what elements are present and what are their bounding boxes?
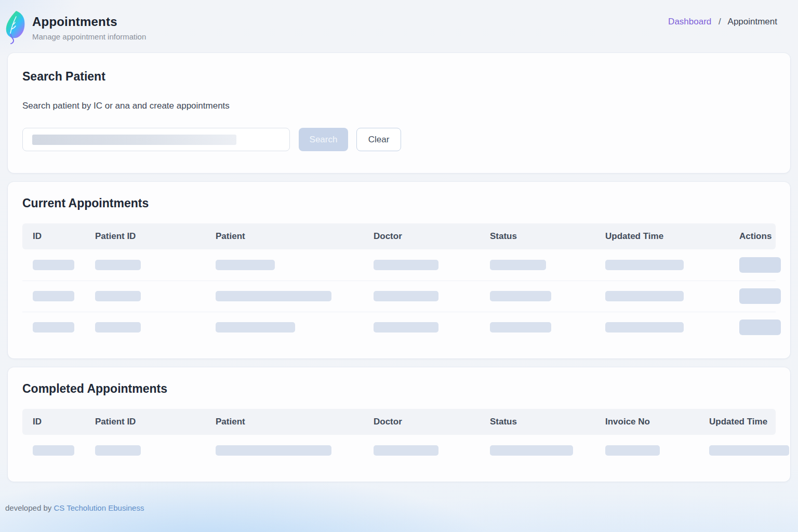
table-cell (85, 281, 205, 312)
table-cell (729, 281, 776, 312)
breadcrumb-current: Appointment (728, 17, 777, 26)
column-header-actions: Actions (729, 223, 776, 249)
table-cell (480, 312, 595, 343)
table-cell (85, 312, 205, 343)
cell-loading-skeleton (33, 322, 74, 332)
column-header-doctor: Doctor (363, 409, 480, 435)
table-cell (595, 312, 729, 343)
table-row (22, 281, 776, 312)
column-header-id: ID (22, 409, 85, 435)
search-button[interactable]: Search (299, 128, 348, 151)
cell-loading-skeleton (374, 260, 438, 270)
cell-loading-skeleton (216, 291, 331, 301)
table-cell (480, 435, 595, 466)
cell-loading-skeleton (490, 291, 551, 301)
table-cell (205, 312, 363, 343)
footer-prefix: developed by (5, 503, 54, 512)
table-cell (363, 435, 480, 466)
completed-appointments-table: IDPatient IDPatientDoctorStatusInvoice N… (22, 409, 776, 466)
table-cell (595, 249, 729, 281)
column-header-status: Status (480, 409, 595, 435)
table-header-row: IDPatient IDPatientDoctorStatusInvoice N… (22, 409, 776, 435)
leaf-logo-icon (4, 10, 27, 45)
table-cell (205, 281, 363, 312)
table-cell (699, 435, 776, 466)
table-cell (480, 249, 595, 281)
table-cell (205, 435, 363, 466)
table-cell (22, 312, 85, 343)
breadcrumb-separator: / (719, 17, 721, 26)
current-appointments-table: IDPatient IDPatientDoctorStatusUpdated T… (22, 223, 776, 343)
table-cell (85, 249, 205, 281)
cell-loading-skeleton (374, 445, 438, 456)
page-title: Appointments (32, 15, 146, 29)
column-header-id: ID (22, 223, 85, 249)
table-cell (480, 281, 595, 312)
completed-appointments-card: Completed Appointments IDPatient IDPatie… (8, 367, 790, 482)
cell-loading-skeleton (33, 260, 74, 270)
current-appointments-title: Current Appointments (22, 195, 776, 211)
cell-loading-skeleton (374, 322, 438, 332)
column-header-patient-id: Patient ID (85, 409, 205, 435)
cell-loading-skeleton (490, 445, 573, 456)
column-header-patient: Patient (205, 223, 363, 249)
title-block: Appointments Manage appointment informat… (32, 15, 146, 41)
search-card-title: Search Patient (22, 69, 776, 84)
cell-loading-skeleton (374, 291, 438, 301)
column-header-patient-id: Patient ID (85, 223, 205, 249)
cell-loading-skeleton (490, 322, 551, 332)
table-cell (205, 249, 363, 281)
cell-loading-skeleton (216, 322, 295, 332)
cell-loading-skeleton (605, 445, 660, 456)
table-row (22, 435, 776, 466)
patient-search-input[interactable] (22, 128, 290, 151)
input-loading-skeleton (32, 135, 236, 145)
cell-loading-skeleton (605, 291, 684, 301)
cell-loading-skeleton (605, 260, 684, 270)
breadcrumb: Dashboard / Appointment (668, 17, 777, 27)
action-button-skeleton (739, 257, 781, 273)
table-cell (22, 249, 85, 281)
cell-loading-skeleton (95, 322, 141, 332)
column-header-patient: Patient (205, 409, 363, 435)
column-header-invoice-no: Invoice No (595, 409, 699, 435)
table-cell (363, 312, 480, 343)
cell-loading-skeleton (33, 445, 74, 456)
cell-loading-skeleton (33, 291, 74, 301)
table-cell (22, 435, 85, 466)
table-header-row: IDPatient IDPatientDoctorStatusUpdated T… (22, 223, 776, 249)
table-cell (729, 249, 776, 281)
table-row (22, 249, 776, 281)
app-header: Appointments Manage appointment informat… (0, 0, 798, 45)
search-card-description: Search patient by IC or ana and create a… (22, 100, 776, 112)
cell-loading-skeleton (605, 322, 684, 332)
table-cell (85, 435, 205, 466)
cell-loading-skeleton (216, 445, 331, 456)
table-cell (729, 312, 776, 343)
breadcrumb-dashboard-link[interactable]: Dashboard (668, 17, 711, 26)
cell-loading-skeleton (709, 445, 789, 456)
table-cell (595, 435, 699, 466)
search-patient-card: Search Patient Search patient by IC or a… (8, 53, 790, 173)
table-cell (363, 249, 480, 281)
table-cell (22, 281, 85, 312)
column-header-updated-time: Updated Time (595, 223, 729, 249)
app-header-left: Appointments Manage appointment informat… (4, 10, 146, 45)
page-subtitle: Manage appointment information (32, 32, 146, 41)
cell-loading-skeleton (95, 445, 141, 456)
cell-loading-skeleton (216, 260, 275, 270)
column-header-updated-time: Updated Time (699, 409, 776, 435)
table-row (22, 312, 776, 343)
page-footer: developed by CS Techolution Ebusiness (5, 503, 798, 512)
cell-loading-skeleton (490, 260, 546, 270)
column-header-status: Status (480, 223, 595, 249)
table-cell (595, 281, 729, 312)
action-button-skeleton (739, 288, 781, 304)
cell-loading-skeleton (95, 291, 141, 301)
search-controls: Search Clear (22, 128, 776, 151)
current-appointments-card: Current Appointments IDPatient IDPatient… (8, 182, 790, 358)
action-button-skeleton (739, 320, 781, 335)
footer-company-link[interactable]: CS Techolution Ebusiness (54, 503, 144, 512)
clear-button[interactable]: Clear (356, 128, 401, 151)
table-cell (363, 281, 480, 312)
